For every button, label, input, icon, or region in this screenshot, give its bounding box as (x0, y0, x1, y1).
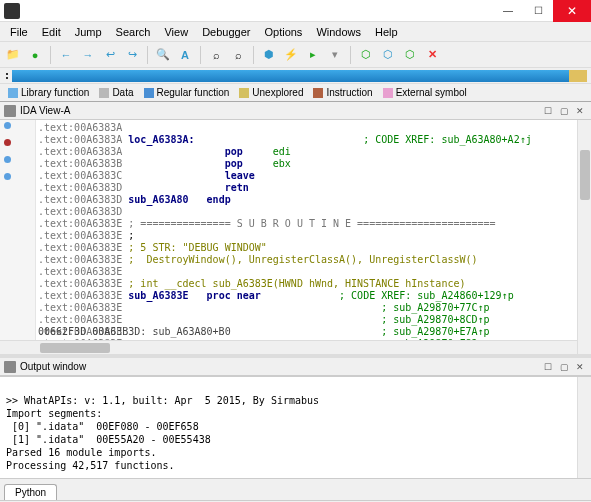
tool1-icon[interactable]: ⌕ (207, 46, 225, 64)
menu-jump[interactable]: Jump (69, 24, 108, 40)
legend: Library functionDataRegular functionUnex… (0, 84, 591, 102)
app-logo-icon (4, 3, 20, 19)
menu-file[interactable]: File (4, 24, 34, 40)
g3-icon[interactable]: ⬡ (401, 46, 419, 64)
breakpoint-dot-icon[interactable] (4, 122, 11, 129)
pane-restore-button[interactable]: ☐ (541, 104, 555, 118)
ida-view-title: IDA View-A (20, 105, 70, 116)
nav-overview-bar[interactable] (12, 70, 587, 82)
menu-view[interactable]: View (158, 24, 194, 40)
disasm-line[interactable]: .text:00A6383E ; sub_A29870+77C↑p (38, 302, 577, 314)
disasm-line[interactable]: .text:00A6383D retn (38, 182, 577, 194)
nav-colon: : (4, 70, 12, 81)
menu-debugger[interactable]: Debugger (196, 24, 256, 40)
forward-icon[interactable]: → (79, 46, 97, 64)
tab-python[interactable]: Python (4, 484, 57, 500)
ida-view-titlebar: IDA View-A ☐ ▢ ✕ (0, 102, 591, 120)
disassembly-view[interactable]: .text:00A6383A.text:00A6383A loc_A6383A:… (0, 120, 591, 354)
navigation-bar[interactable]: : (0, 68, 591, 84)
disasm-line[interactable]: .text:00A6383E ; 5 STR: "DEBUG WINDOW" (38, 242, 577, 254)
output-titlebar: Output window ☐ ▢ ✕ (0, 358, 591, 376)
disasm-line[interactable]: .text:00A6383E ; int __cdecl sub_A6383E(… (38, 278, 577, 290)
pane-max-button[interactable]: ▢ (557, 104, 571, 118)
disasm-line[interactable]: .text:00A6383A pop edi (38, 146, 577, 158)
tool2-icon[interactable]: ⌕ (229, 46, 247, 64)
cancel-icon[interactable]: ✕ (423, 46, 441, 64)
output-text[interactable]: >> WhatAPIs: v: 1.1, built: Apr 5 2015, … (0, 376, 591, 478)
search-icon[interactable]: 🔍 (154, 46, 172, 64)
disasm-line[interactable]: .text:00A6383E ; (38, 230, 577, 242)
output-tabs: Python (0, 478, 591, 500)
legend-item: Regular function (144, 87, 230, 98)
legend-item: Unexplored (239, 87, 303, 98)
menu-edit[interactable]: Edit (36, 24, 67, 40)
open-icon[interactable]: 📁 (4, 46, 22, 64)
menu-windows[interactable]: Windows (310, 24, 367, 40)
legend-item: Library function (8, 87, 89, 98)
disasm-line[interactable]: .text:00A6383E ; DestroyWindow(), Unregi… (38, 254, 577, 266)
pane-restore-button[interactable]: ☐ (541, 360, 555, 374)
pane-close-button[interactable]: ✕ (573, 360, 587, 374)
disasm-line[interactable]: .text:00A6383A (38, 122, 577, 134)
disasm-line[interactable]: .text:00A6383E sub_A6383E proc near ; CO… (38, 290, 577, 302)
chart-icon[interactable]: ⬢ (260, 46, 278, 64)
pane-icon (4, 361, 16, 373)
v-scrollbar[interactable] (577, 120, 591, 354)
disasm-line[interactable]: .text:00A6383E (38, 266, 577, 278)
pane-close-button[interactable]: ✕ (573, 104, 587, 118)
disasm-line[interactable]: .text:00A6383B pop ebx (38, 158, 577, 170)
menu-help[interactable]: Help (369, 24, 404, 40)
disasm-line[interactable]: .text:00A6383D sub_A63A80 endp (38, 194, 577, 206)
gutter (0, 120, 36, 354)
back-icon[interactable]: ← (57, 46, 75, 64)
legend-item: Data (99, 87, 133, 98)
breakpoint-dot-icon[interactable] (4, 173, 11, 180)
menu-search[interactable]: Search (110, 24, 157, 40)
legend-item: External symbol (383, 87, 467, 98)
output-title: Output window (20, 361, 86, 372)
pane-icon (4, 105, 16, 117)
run-icon[interactable]: ● (26, 46, 44, 64)
menu-options[interactable]: Options (258, 24, 308, 40)
nav2-icon[interactable]: ↪ (123, 46, 141, 64)
d2-icon[interactable]: ▾ (326, 46, 344, 64)
text-icon[interactable]: A (176, 46, 194, 64)
minimize-button[interactable]: — (493, 0, 523, 22)
disasm-status: 00662F3D 00A63B3D: sub_A63A80+B0 (38, 326, 231, 338)
v-scrollbar[interactable] (577, 377, 591, 478)
toolbar: 📁 ● ← → ↩ ↪ 🔍 A ⌕ ⌕ ⬢ ⚡ ▸ ▾ ⬡ ⬡ ⬡ ✕ (0, 42, 591, 68)
g1-icon[interactable]: ⬡ (357, 46, 375, 64)
disasm-line[interactable]: .text:00A6383E ; =============== S U B R… (38, 218, 577, 230)
pane-max-button[interactable]: ▢ (557, 360, 571, 374)
disasm-line[interactable]: .text:00A6383A loc_A6383A: ; CODE XREF: … (38, 134, 577, 146)
maximize-button[interactable]: ☐ (523, 0, 553, 22)
close-button[interactable]: ✕ (553, 0, 591, 22)
d1-icon[interactable]: ▸ (304, 46, 322, 64)
breakpoint-dot-icon[interactable] (4, 156, 11, 163)
disasm-line[interactable]: .text:00A6383E ; sub_A29870+8CD↑p (38, 314, 577, 326)
disasm-line[interactable]: .text:00A6383C leave (38, 170, 577, 182)
disasm-line[interactable]: .text:00A6383D (38, 206, 577, 218)
g2-icon[interactable]: ⬡ (379, 46, 397, 64)
h-scrollbar[interactable] (0, 340, 577, 354)
bolt-icon[interactable]: ⚡ (282, 46, 300, 64)
breakpoint-dot-icon[interactable] (4, 139, 11, 146)
nav-icon[interactable]: ↩ (101, 46, 119, 64)
legend-item: Instruction (313, 87, 372, 98)
